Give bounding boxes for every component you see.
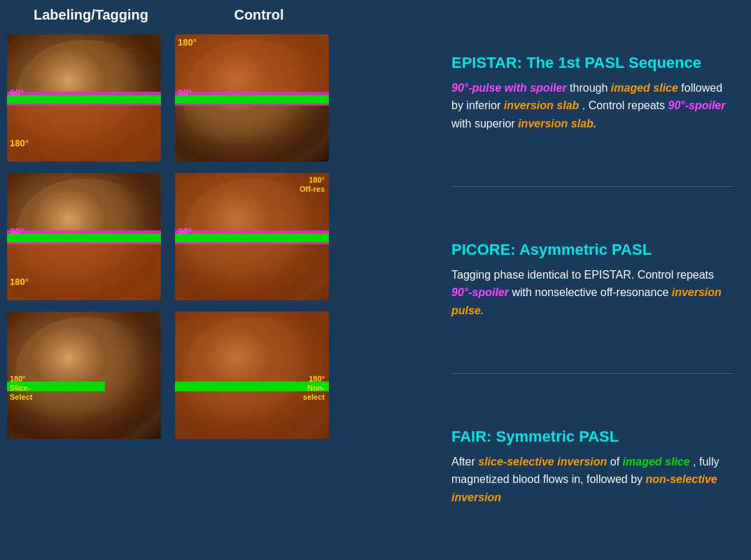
epistar-section: EPISTAR: The 1st PASL Sequence 90°-pulse… (451, 14, 734, 172)
fair-desc-4: imaged slice (623, 456, 690, 468)
control-header-text: Control (234, 7, 283, 22)
picore-title: PICORE: Asymmetric PASL (451, 241, 734, 259)
epistar-label-90: 90° (10, 88, 24, 98)
picore-desc-1: Tagging phase identical to EPISTAR. Cont… (451, 269, 714, 281)
labeling-header-text: Labeling/Tagging (34, 7, 148, 22)
epistar-labeling-brain: 90° 180° (7, 34, 161, 162)
row-picore: 90° 180° 180°Off-res 90° (7, 170, 441, 303)
picore-ctrl-180-offres: 180°Off-res (300, 176, 325, 194)
fair-section: FAIR: Symmetric PASL After slice-selecti… (451, 388, 734, 546)
picore-description: Tagging phase identical to EPISTAR. Cont… (451, 266, 734, 320)
picore-control-brain: 180°Off-res 90° (175, 173, 329, 300)
row-fair: 180°Slice-Select 180°Non-select (7, 309, 441, 442)
fair-desc-1: After (451, 456, 478, 468)
epistar-description: 90°-pulse with spoiler through imaged sl… (451, 79, 734, 133)
picore-section: PICORE: Asymmetric PASL Tagging phase id… (451, 201, 734, 359)
fair-labeling-brain: 180°Slice-Select (7, 312, 161, 439)
control-col-header: Control (182, 7, 336, 23)
fair-control-brain: 180°Non-select (175, 312, 329, 439)
label-col-header: Labeling/Tagging (14, 7, 168, 23)
picore-desc-3: with nonselective off-resonance (512, 286, 671, 298)
fair-desc-2: slice-selective inversion (478, 456, 607, 468)
epistar-ctrl-label-180: 180° (178, 37, 197, 48)
epistar-desc-3: imaged slice (611, 82, 678, 94)
epistar-ctrl-label-90: 90° (178, 88, 192, 98)
epistar-desc-6: . Control repeats (582, 99, 668, 111)
fair-desc-3: of (610, 456, 623, 468)
left-panel: Labeling/Tagging Control (7, 7, 441, 553)
row-epistar: 90° 180° 180° 90° (7, 31, 441, 164)
epistar-desc-2: through (570, 82, 611, 94)
picore-desc-2: 90°-spoiler (451, 286, 509, 298)
main-container: Labeling/Tagging Control (0, 0, 751, 560)
right-panel: EPISTAR: The 1st PASL Sequence 90°-pulse… (441, 7, 744, 553)
fair-ctrl-label-180ns: 180°Non-select (303, 374, 325, 402)
divider-1 (451, 186, 734, 187)
column-headers: Labeling/Tagging Control (7, 7, 441, 23)
picore-labeling-brain: 90° 180° (7, 173, 161, 300)
epistar-desc-5: inversion slab (504, 99, 580, 111)
epistar-desc-9: inversion slab. (518, 118, 596, 130)
fair-title: FAIR: Symmetric PASL (451, 428, 734, 446)
picore-label-90: 90° (10, 226, 24, 237)
epistar-desc-8: with superior (451, 118, 518, 130)
picore-ctrl-90: 90° (178, 226, 192, 237)
divider-2 (451, 373, 734, 374)
epistar-title: EPISTAR: The 1st PASL Sequence (451, 54, 734, 72)
epistar-label-180: 180° (10, 138, 29, 148)
epistar-desc-1: 90°-pulse with spoiler (451, 82, 567, 94)
picore-label-180: 180° (10, 276, 29, 287)
epistar-desc-7: 90°-spoiler (668, 99, 725, 111)
epistar-control-brain: 180° 90° (175, 34, 329, 162)
fair-label-180ss: 180°Slice-Select (10, 374, 32, 402)
fair-description: After slice-selective inversion of image… (451, 453, 734, 507)
